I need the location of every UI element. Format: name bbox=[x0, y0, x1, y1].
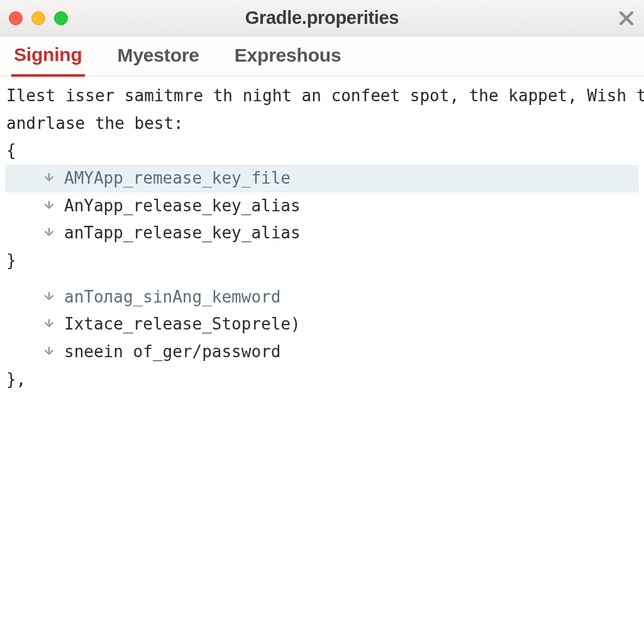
property-line[interactable]: AMYApp_remease_key_file bbox=[5, 165, 639, 192]
titlebar: Gradle.properities bbox=[0, 0, 644, 36]
property-text: AnYapp_release_key_alias bbox=[64, 192, 301, 220]
window-title: Gradle.properities bbox=[245, 8, 399, 28]
property-text: AMYApp_remease_key_file bbox=[64, 165, 291, 192]
property-text: anTapp_release_key_alias bbox=[64, 219, 301, 247]
property-line[interactable]: anToлag_sinAng_kemword bbox=[5, 284, 639, 311]
tab-expreshous[interactable]: Expreshous bbox=[232, 37, 344, 75]
property-icon bbox=[40, 228, 58, 239]
tab-signing[interactable]: Signing bbox=[11, 36, 85, 77]
property-icon bbox=[40, 347, 58, 358]
editor-line: } bbox=[5, 247, 639, 275]
property-text: Ixtace_release_Stoprele) bbox=[64, 311, 301, 338]
editor-line: andrlase the best: bbox=[5, 110, 639, 138]
property-line[interactable]: Ixtace_release_Stoprele) bbox=[5, 311, 639, 338]
window-zoom-button[interactable] bbox=[54, 11, 68, 25]
tab-myestore[interactable]: Myestore bbox=[115, 37, 202, 75]
property-icon bbox=[40, 292, 58, 303]
property-icon bbox=[40, 319, 58, 330]
property-icon bbox=[40, 173, 58, 184]
window-close-button[interactable] bbox=[9, 11, 23, 25]
close-icon[interactable] bbox=[618, 9, 635, 27]
editor-line: Ilest isser samitmre th night an confeet… bbox=[5, 82, 639, 110]
property-text: sneein of_ger/password bbox=[64, 338, 280, 366]
property-line[interactable]: AnYapp_release_key_alias bbox=[5, 192, 639, 220]
property-text: anToлag_sinAng_kemword bbox=[64, 284, 280, 311]
property-line[interactable]: sneein of_ger/password bbox=[5, 338, 639, 366]
tabbar: Signing Myestore Expreshous bbox=[0, 36, 644, 76]
editor-line: { bbox=[5, 137, 639, 165]
window-minimize-button[interactable] bbox=[31, 11, 45, 25]
editor-line: }, bbox=[5, 366, 639, 394]
editor-area[interactable]: Ilest isser samitmre th night an confeet… bbox=[0, 76, 644, 398]
property-icon bbox=[40, 201, 58, 212]
traffic-lights bbox=[0, 11, 68, 25]
property-line[interactable]: anTapp_release_key_alias bbox=[5, 219, 639, 247]
